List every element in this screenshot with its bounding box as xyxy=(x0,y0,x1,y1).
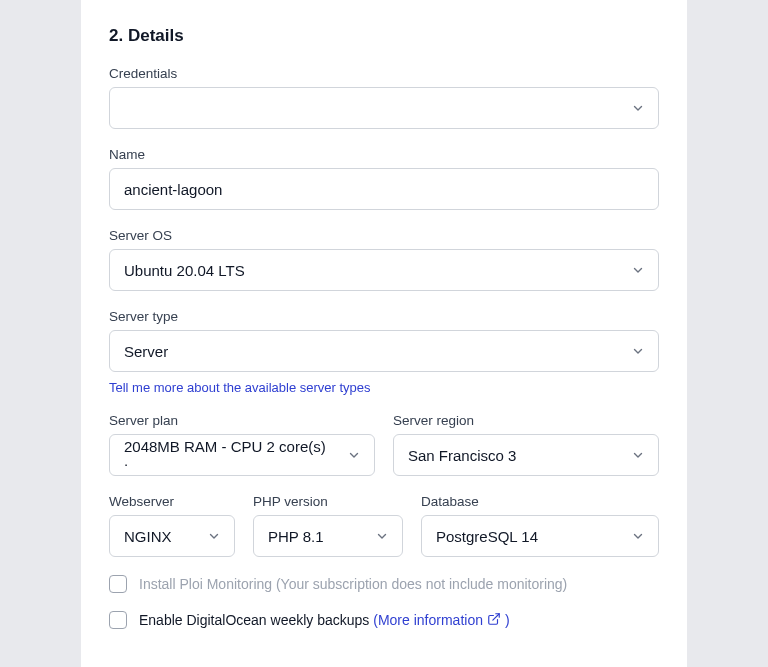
backups-link-text: (More information xyxy=(373,612,483,628)
server-plan-col: Server plan 2048MB RAM - CPU 2 core(s) · xyxy=(109,413,375,476)
server-type-label: Server type xyxy=(109,309,659,324)
backups-label-text: Enable DigitalOcean weekly backups xyxy=(139,612,373,628)
database-field: Database PostgreSQL 14 xyxy=(421,494,659,557)
webserver-label: Webserver xyxy=(109,494,235,509)
webserver-value: NGINX xyxy=(124,528,172,545)
server-type-select[interactable]: Server xyxy=(109,330,659,372)
php-col: PHP version PHP 8.1 xyxy=(253,494,403,557)
server-plan-field: Server plan 2048MB RAM - CPU 2 core(s) · xyxy=(109,413,375,476)
php-version-field: PHP version PHP 8.1 xyxy=(253,494,403,557)
server-plan-select[interactable]: 2048MB RAM - CPU 2 core(s) · xyxy=(109,434,375,476)
database-col: Database PostgreSQL 14 xyxy=(421,494,659,557)
backups-more-info-link[interactable]: (More information ) xyxy=(373,612,509,628)
credentials-control xyxy=(109,87,659,129)
name-control xyxy=(109,168,659,210)
server-region-control: San Francisco 3 xyxy=(393,434,659,476)
database-select[interactable]: PostgreSQL 14 xyxy=(421,515,659,557)
server-region-value: San Francisco 3 xyxy=(408,447,516,464)
server-type-value: Server xyxy=(124,343,168,360)
php-version-label: PHP version xyxy=(253,494,403,509)
name-field: Name xyxy=(109,147,659,210)
backups-label: Enable DigitalOcean weekly backups (More… xyxy=(139,612,510,628)
section-heading: 2. Details xyxy=(109,26,659,46)
plan-region-row: Server plan 2048MB RAM - CPU 2 core(s) ·… xyxy=(109,413,659,476)
server-os-select[interactable]: Ubuntu 20.04 LTS xyxy=(109,249,659,291)
server-os-label: Server OS xyxy=(109,228,659,243)
details-section: 2. Details Credentials Name Server OS Ub… xyxy=(81,0,687,667)
server-region-field: Server region San Francisco 3 xyxy=(393,413,659,476)
webserver-select[interactable]: NGINX xyxy=(109,515,235,557)
name-label: Name xyxy=(109,147,659,162)
server-type-control: Server xyxy=(109,330,659,372)
external-link-icon xyxy=(487,612,501,626)
svg-line-0 xyxy=(493,614,499,620)
stack-row: Webserver NGINX PHP version PHP 8.1 xyxy=(109,494,659,557)
server-region-col: Server region San Francisco 3 xyxy=(393,413,659,476)
server-type-help-link[interactable]: Tell me more about the available server … xyxy=(109,380,371,395)
server-type-field: Server type Server Tell me more about th… xyxy=(109,309,659,395)
monitoring-checkbox[interactable] xyxy=(109,575,127,593)
credentials-select[interactable] xyxy=(109,87,659,129)
webserver-col: Webserver NGINX xyxy=(109,494,235,557)
monitoring-label: Install Ploi Monitoring (Your subscripti… xyxy=(139,576,567,592)
server-plan-label: Server plan xyxy=(109,413,375,428)
backups-link-suffix: ) xyxy=(505,612,510,628)
php-version-value: PHP 8.1 xyxy=(268,528,324,545)
credentials-field: Credentials xyxy=(109,66,659,129)
php-version-control: PHP 8.1 xyxy=(253,515,403,557)
server-os-control: Ubuntu 20.04 LTS xyxy=(109,249,659,291)
php-version-select[interactable]: PHP 8.1 xyxy=(253,515,403,557)
backups-checkbox[interactable] xyxy=(109,611,127,629)
server-plan-value: 2048MB RAM - CPU 2 core(s) · xyxy=(124,438,334,472)
server-region-select[interactable]: San Francisco 3 xyxy=(393,434,659,476)
database-control: PostgreSQL 14 xyxy=(421,515,659,557)
name-input[interactable] xyxy=(109,168,659,210)
credentials-label: Credentials xyxy=(109,66,659,81)
server-os-field: Server OS Ubuntu 20.04 LTS xyxy=(109,228,659,291)
server-region-label: Server region xyxy=(393,413,659,428)
monitoring-row: Install Ploi Monitoring (Your subscripti… xyxy=(109,575,659,593)
webserver-control: NGINX xyxy=(109,515,235,557)
backups-row: Enable DigitalOcean weekly backups (More… xyxy=(109,611,659,629)
database-label: Database xyxy=(421,494,659,509)
webserver-field: Webserver NGINX xyxy=(109,494,235,557)
database-value: PostgreSQL 14 xyxy=(436,528,538,545)
server-plan-control: 2048MB RAM - CPU 2 core(s) · xyxy=(109,434,375,476)
server-os-value: Ubuntu 20.04 LTS xyxy=(124,262,245,279)
